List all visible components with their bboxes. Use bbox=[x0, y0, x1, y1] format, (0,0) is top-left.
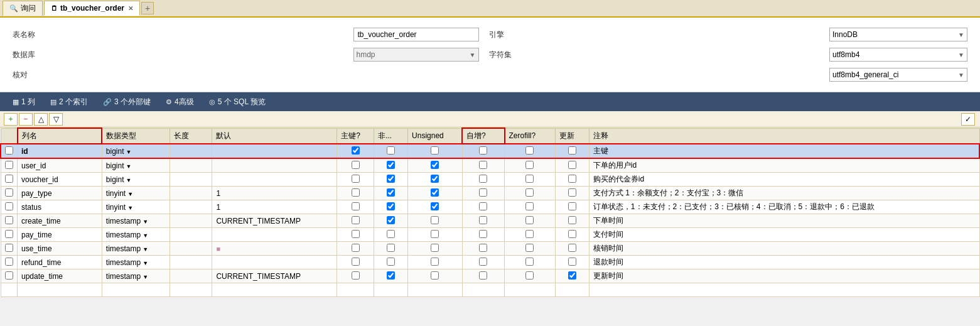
type-dropdown-arrow[interactable]: ▼ bbox=[143, 232, 148, 239]
row-select-checkbox[interactable] bbox=[5, 202, 13, 210]
database-select[interactable]: hmdp ▼ bbox=[353, 48, 479, 62]
type-dropdown-arrow[interactable]: ▼ bbox=[126, 177, 132, 183]
update-checkbox[interactable] bbox=[568, 175, 576, 183]
tab-sql-preview[interactable]: ◎ 5 个 SQL 预览 bbox=[202, 92, 273, 111]
update-checkbox[interactable] bbox=[568, 202, 576, 210]
unsigned-checkbox[interactable] bbox=[431, 202, 439, 210]
tab-advanced[interactable]: ⚙ 4高级 bbox=[158, 92, 202, 111]
row-select-checkbox[interactable] bbox=[5, 175, 13, 183]
unsigned-checkbox[interactable] bbox=[431, 188, 439, 197]
row-select-checkbox[interactable] bbox=[5, 244, 13, 252]
type-dropdown-arrow[interactable]: ▼ bbox=[143, 260, 148, 266]
type-dropdown-arrow[interactable]: ▼ bbox=[127, 205, 133, 211]
type-dropdown-arrow[interactable]: ▼ bbox=[126, 163, 132, 170]
move-down-button[interactable]: ▽ bbox=[49, 113, 63, 126]
engine-select[interactable]: InnoDB ▼ bbox=[829, 28, 967, 41]
pk-checkbox[interactable] bbox=[352, 216, 360, 224]
zerofill-checkbox[interactable] bbox=[525, 230, 534, 238]
zerofill-checkbox[interactable] bbox=[525, 216, 534, 224]
row-select-checkbox[interactable] bbox=[5, 188, 13, 197]
row-select-checkbox[interactable] bbox=[5, 161, 13, 169]
notnull-checkbox[interactable] bbox=[387, 161, 395, 169]
zerofill-checkbox[interactable] bbox=[525, 175, 534, 183]
autoinc-checkbox[interactable] bbox=[479, 216, 487, 224]
row-select-checkbox[interactable] bbox=[5, 216, 13, 224]
col-comment-cell: 主键 bbox=[589, 144, 979, 158]
checkmark-button[interactable]: ✓ bbox=[961, 113, 975, 126]
zerofill-checkbox[interactable] bbox=[525, 202, 534, 210]
tab-query[interactable]: 🔍 询问 bbox=[3, 1, 43, 16]
pk-checkbox[interactable] bbox=[352, 175, 360, 183]
tab-foreign-keys[interactable]: 🔗 3 个外部键 bbox=[95, 92, 158, 111]
tab-columns[interactable]: ▦ 1 列 bbox=[5, 92, 43, 111]
pk-checkbox[interactable] bbox=[352, 161, 360, 169]
autoinc-checkbox[interactable] bbox=[479, 271, 487, 280]
pk-checkbox[interactable] bbox=[352, 146, 360, 155]
row-select-checkbox[interactable] bbox=[5, 271, 13, 280]
remove-row-button[interactable]: － bbox=[19, 113, 33, 126]
notnull-checkbox[interactable] bbox=[387, 271, 395, 280]
zerofill-checkbox[interactable] bbox=[525, 258, 534, 266]
collation-select[interactable]: utf8mb4_general_ci ▼ bbox=[829, 68, 967, 82]
notnull-checkbox[interactable] bbox=[387, 216, 395, 224]
unsigned-checkbox[interactable] bbox=[431, 271, 439, 280]
add-row-button[interactable]: ＋ bbox=[4, 113, 18, 126]
notnull-checkbox[interactable] bbox=[387, 244, 395, 252]
update-checkbox[interactable] bbox=[568, 161, 576, 169]
unsigned-checkbox[interactable] bbox=[431, 175, 439, 183]
autoinc-checkbox[interactable] bbox=[479, 146, 487, 155]
zerofill-checkbox[interactable] bbox=[525, 244, 534, 252]
row-select-checkbox[interactable] bbox=[5, 258, 13, 266]
type-dropdown-arrow[interactable]: ▼ bbox=[143, 246, 148, 253]
autoinc-checkbox[interactable] bbox=[479, 230, 487, 238]
type-dropdown-arrow[interactable]: ▼ bbox=[127, 191, 133, 197]
update-checkbox[interactable] bbox=[568, 188, 576, 197]
zerofill-checkbox[interactable] bbox=[525, 161, 534, 169]
pk-checkbox[interactable] bbox=[352, 271, 360, 280]
update-checkbox[interactable] bbox=[568, 230, 576, 238]
type-dropdown-arrow[interactable]: ▼ bbox=[143, 219, 148, 225]
pk-checkbox[interactable] bbox=[352, 188, 360, 197]
add-tab-button[interactable]: + bbox=[141, 2, 154, 14]
notnull-checkbox[interactable] bbox=[387, 188, 395, 197]
zerofill-checkbox[interactable] bbox=[525, 188, 534, 197]
pk-checkbox[interactable] bbox=[352, 258, 360, 266]
close-icon[interactable]: ✕ bbox=[128, 5, 133, 12]
charset-select[interactable]: utf8mb4 ▼ bbox=[829, 48, 967, 62]
tab-table[interactable]: 🗒 tb_voucher_order ✕ bbox=[44, 1, 140, 16]
tab-indexes[interactable]: ▤ 2 个索引 bbox=[43, 92, 95, 111]
autoinc-checkbox[interactable] bbox=[479, 175, 487, 183]
notnull-checkbox[interactable] bbox=[387, 202, 395, 210]
unsigned-checkbox[interactable] bbox=[431, 230, 439, 238]
autoinc-checkbox[interactable] bbox=[479, 244, 487, 252]
notnull-checkbox[interactable] bbox=[387, 175, 395, 183]
autoinc-checkbox[interactable] bbox=[479, 202, 487, 210]
autoinc-checkbox[interactable] bbox=[479, 161, 487, 169]
notnull-checkbox[interactable] bbox=[387, 230, 395, 238]
notnull-checkbox[interactable] bbox=[387, 146, 395, 155]
autoinc-checkbox[interactable] bbox=[479, 258, 487, 266]
unsigned-checkbox[interactable] bbox=[431, 161, 439, 169]
table-name-input[interactable] bbox=[353, 28, 479, 41]
row-select-checkbox[interactable] bbox=[5, 146, 13, 155]
update-checkbox[interactable] bbox=[568, 244, 576, 252]
move-up-button[interactable]: △ bbox=[34, 113, 48, 126]
pk-checkbox[interactable] bbox=[352, 230, 360, 238]
type-dropdown-arrow[interactable]: ▼ bbox=[143, 274, 148, 280]
pk-checkbox[interactable] bbox=[352, 202, 360, 210]
type-dropdown-arrow[interactable]: ▼ bbox=[126, 149, 132, 155]
update-checkbox[interactable] bbox=[568, 258, 576, 266]
autoinc-checkbox[interactable] bbox=[479, 188, 487, 197]
pk-checkbox[interactable] bbox=[352, 244, 360, 252]
unsigned-checkbox[interactable] bbox=[431, 258, 439, 266]
zerofill-checkbox[interactable] bbox=[525, 146, 534, 155]
update-checkbox[interactable] bbox=[568, 271, 576, 280]
update-checkbox[interactable] bbox=[568, 216, 576, 224]
unsigned-checkbox[interactable] bbox=[431, 244, 439, 252]
notnull-checkbox[interactable] bbox=[387, 258, 395, 266]
unsigned-checkbox[interactable] bbox=[431, 146, 439, 155]
row-select-checkbox[interactable] bbox=[5, 230, 13, 238]
zerofill-checkbox[interactable] bbox=[525, 271, 534, 280]
update-checkbox[interactable] bbox=[568, 146, 576, 155]
unsigned-checkbox[interactable] bbox=[431, 216, 439, 224]
